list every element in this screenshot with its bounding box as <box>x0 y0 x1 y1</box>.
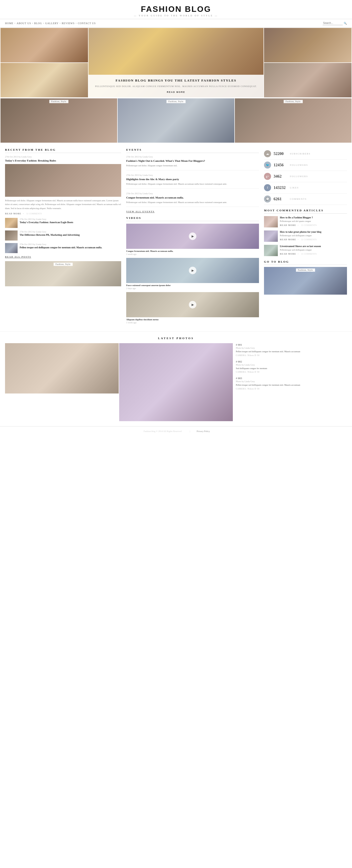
most-commented-section: MOST COMMENTED ARTICLES How to Be a Fash… <box>264 209 347 256</box>
event-2-meta: 27th Oct 2013 by Linda Grey <box>126 174 259 176</box>
stat-gplus: g+ 3462 FOLLOWERS <box>264 171 347 182</box>
hero-excerpt: PELLENTESQUE SED DOLOR. ALIQUAM CONGUE F… <box>94 85 258 88</box>
video-2-caption: Fusce euismod consequat anorem ipsum dol… <box>126 284 259 286</box>
small-post-3-title: Pellen tesque sed dolliquam congue fer m… <box>20 246 102 249</box>
photo-small-1 <box>5 396 119 421</box>
featured-post-links: READ MORE • 11 COMMENTS <box>5 212 121 215</box>
comments-label: COMMENTS <box>290 198 307 200</box>
commented-2-excerpt: Pellentesque sed dolliquam congue <box>280 234 321 238</box>
featured-separator: • <box>23 212 24 215</box>
hero-read-more[interactable]: READ MORE <box>167 91 185 93</box>
photo-2-desc: Sed dolliquam congue fer mentum <box>236 367 347 370</box>
commented-3: Livestreamed Shows are so last season Pe… <box>264 245 347 256</box>
photos-center <box>119 343 233 421</box>
photo-3-num: # 003 <box>236 377 347 380</box>
hero-right <box>264 28 352 97</box>
subscribers-count: 52200 <box>274 151 287 156</box>
nav-contact[interactable]: CONTACT US <box>78 22 96 25</box>
main-content: RECENT FROM THE BLOG 27th Oct 2013 by Li… <box>0 143 352 331</box>
photo-1-desc: Pellen tesque sed dolliquam congue fer m… <box>236 350 347 353</box>
small-post-1-content: 27th Oct 2013 by Linda Grey Today's Ever… <box>20 218 73 224</box>
small-post-2-meta: 27th Oct 2013 by Linda Grey <box>20 230 80 233</box>
event-1-title: Fashion's Night Out is Canceled. What's … <box>126 159 259 163</box>
stat-twitter: 🐦 12456 FOLLOWERS <box>264 159 347 171</box>
nav-about[interactable]: ABOUT US <box>17 22 31 25</box>
small-post-1-image <box>5 218 18 228</box>
small-post-2: 27th Oct 2013 by Linda Grey The Differen… <box>5 230 121 241</box>
nav-reviews[interactable]: REVIEWS <box>62 22 74 25</box>
video-2-play[interactable]: ▶ <box>189 267 196 274</box>
video-3-play[interactable]: ▶ <box>189 301 196 308</box>
photos-left <box>5 343 119 421</box>
small-post-1-title: Today's Everyday Fashion: American Eagle… <box>20 221 73 224</box>
commented-2-title: How to take great photos for your blog <box>280 230 321 233</box>
video-2: ▶ Fusce euismod consequat anorem ipsum d… <box>126 258 259 289</box>
stat-subscribers: ☁ 52200 SUBSCRIBERS <box>264 148 347 159</box>
card-3: Fashion, Style <box>235 98 352 143</box>
commented-1-excerpt: Pellentesque sed dol quam congue <box>280 219 318 223</box>
facebook-icon: f <box>264 184 271 191</box>
video-3-time: 1 week ago <box>126 321 259 324</box>
events-column: EVENTS 27th Oct 2013 by Linda Grey Fashi… <box>126 148 259 326</box>
small-post-3-meta: 27th Oct 2013 by Linda Grey <box>20 243 102 246</box>
photos-right: # 001 Photo by Linda Grey Pellen tesque … <box>233 343 347 421</box>
photo-1-by: Photo by Linda Grey <box>236 347 347 349</box>
video-3-caption: Aliquam dapibus tincidunt metus <box>126 318 259 321</box>
card-1: Fashion, Style <box>0 98 117 143</box>
footer-copy: Fashion blog © 2014 All Rights Reserved <box>143 430 182 433</box>
hero-image-woman3 <box>264 63 352 97</box>
small-post-3-image <box>5 243 18 253</box>
hero-center: FASHION BLOG BRINGS YOU THE LATEST FASHI… <box>89 28 263 97</box>
footer-privacy[interactable]: Privacy Policy <box>197 430 210 433</box>
site-footer: Fashion blog © 2014 All Rights Reserved … <box>0 426 352 436</box>
commented-1-read-more[interactable]: READ MORE <box>280 224 296 226</box>
video-3: ▶ Aliquam dapibus tincidunt metus 1 week… <box>126 292 259 324</box>
card-2: Fashion, Style <box>118 98 234 143</box>
hero-section: FASHION BLOG BRINGS YOU THE LATEST FASHI… <box>0 27 352 98</box>
social-column: ☁ 52200 SUBSCRIBERS 🐦 12456 FOLLOWERS g+… <box>264 148 347 326</box>
event-2-title: Highlights from the Abc & Mary shoes par… <box>126 177 259 181</box>
photo-entry-1: # 001 Photo by Linda Grey Pellen tesque … <box>236 343 347 356</box>
photos-layout: # 001 Photo by Linda Grey Pellen tesque … <box>5 343 347 421</box>
site-header: FASHION BLOG YOUR GUIDE TO THE WORLD OF … <box>0 0 352 27</box>
events-section-title: EVENTS <box>126 148 259 153</box>
search-input[interactable] <box>323 21 343 25</box>
read-all-posts[interactable]: READ ALL POSTS <box>5 256 121 258</box>
commented-2-comments: 11 COMMENTS <box>301 238 317 241</box>
search-icon[interactable]: 🔍 <box>344 22 347 25</box>
photo-3-by: Photo by Linda Grey <box>236 380 347 383</box>
small-post-1: 27th Oct 2013 by Linda Grey Today's Ever… <box>5 218 121 228</box>
event-2: 27th Oct 2013 by Linda Grey Highlights f… <box>126 174 259 189</box>
nav-blog[interactable]: BLOG <box>34 22 42 25</box>
most-commented-title: MOST COMMENTED ARTICLES <box>264 209 347 214</box>
featured-read-more[interactable]: READ MORE <box>5 212 21 215</box>
commented-3-image <box>264 245 278 256</box>
small-post-3-content: 27th Oct 2013 by Linda Grey Pellen tesqu… <box>20 243 102 249</box>
photo-2-camera: CAMERA: Nikon D 50 <box>236 371 347 373</box>
blog-column: RECENT FROM THE BLOG 27th Oct 2013 by Li… <box>5 148 121 326</box>
event-3-excerpt: Pellentesque sed dolor. Aliquam congue f… <box>126 200 259 204</box>
cards-row: Fashion, Style Fashion, Style Fashion, S… <box>0 98 352 143</box>
twitter-count: 12456 <box>274 163 287 167</box>
card-1-tag: Fashion, Style <box>49 100 68 103</box>
latest-photos-title: LATEST PHOTOS <box>5 337 347 340</box>
gplus-count: 3462 <box>274 174 287 179</box>
commented-3-excerpt: Pellentesque sed dolliquam congue <box>280 248 321 252</box>
commented-3-read-more[interactable]: READ MORE <box>280 253 296 255</box>
video-3-thumb: ▶ <box>126 292 259 317</box>
stat-comments: 💬 6261 COMMENTS <box>264 193 347 205</box>
photo-2-num: # 002 <box>236 360 347 363</box>
latest-photos-section: LATEST PHOTOS # 001 Photo by Linda Grey … <box>0 331 352 426</box>
video-1-play[interactable]: ▶ <box>189 232 196 240</box>
video-1-thumb: ▶ <box>126 224 259 249</box>
photo-3-camera: CAMERA: Nikon D 50 <box>236 388 347 390</box>
commented-2-read-more[interactable]: READ MORE <box>280 238 296 241</box>
commented-3-comments: 11 COMMENTS <box>301 253 317 255</box>
nav-gallery[interactable]: GALLERY <box>45 22 59 25</box>
go-to-blog-section: GO TO BLOG Fashion, Style <box>264 260 347 294</box>
view-all-events[interactable]: VIEW ALL EVENTS <box>126 210 259 213</box>
twitter-label: FOLLOWERS <box>290 164 308 166</box>
nav-home[interactable]: HOME <box>5 22 13 25</box>
small-post-2-content: 27th Oct 2013 by Linda Grey The Differen… <box>20 230 80 236</box>
featured-post-title: Today's Everyday Fashion: Breaking Rules <box>5 159 121 162</box>
